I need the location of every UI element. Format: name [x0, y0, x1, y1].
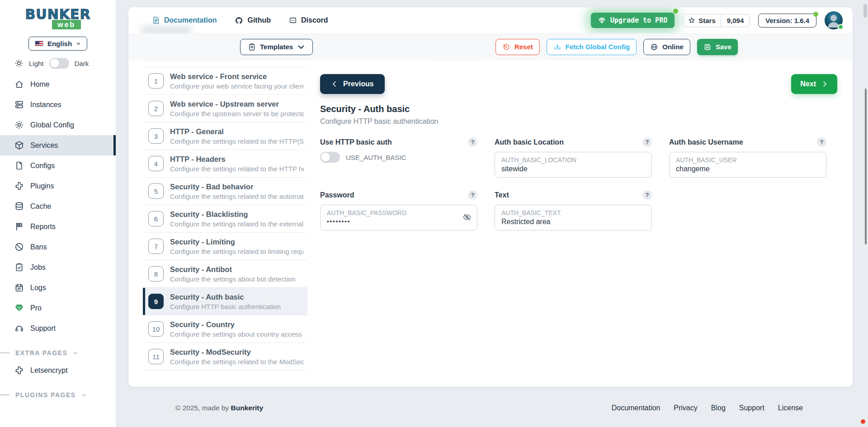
recording-dot [861, 419, 865, 424]
sidebar-item-bans[interactable]: Bans [0, 237, 116, 257]
save-button[interactable]: Save [697, 39, 738, 55]
sidebar-item-logs[interactable]: Logs [0, 277, 116, 298]
fetch-global-config-button[interactable]: Fetch Global Config [547, 39, 637, 55]
step-subtitle: Configure the settings related to limiti… [170, 248, 304, 255]
theme-switch[interactable] [49, 58, 69, 69]
sidebar-item-letsencrypt[interactable]: Letsencrypt [0, 360, 116, 380]
step-subtitle: Configure the settings related to the au… [170, 192, 304, 200]
link-label: Documentation [164, 16, 217, 24]
footer-link-support[interactable]: Support [739, 404, 764, 412]
sidebar-item-global-config[interactable]: Global Config [0, 115, 116, 135]
next-label: Next [800, 80, 816, 88]
sidebar-item-cache[interactable]: Cache [0, 196, 116, 216]
step-title: Security - Country [170, 320, 304, 329]
sidebar-item-reports[interactable]: Reports [0, 216, 116, 237]
sidebar-item-label: Plugins [30, 182, 54, 190]
toolbar-actions: Reset Fetch Global Config Online Save [495, 39, 738, 55]
field-label: Use HTTP basic auth [320, 138, 392, 146]
wizard-step[interactable]: 3 HTTP - General Configure the settings … [143, 122, 307, 150]
auth-basic-location-input[interactable]: AUTH_BASIC_LOCATION sitewide [495, 152, 652, 178]
toggle-password-visibility-button[interactable] [462, 212, 472, 223]
sidebar-item-configs[interactable]: Configs [0, 155, 116, 176]
plugins-pages-label: PLUGINS PAGES [15, 391, 76, 399]
scrollbar-thumb[interactable] [863, 4, 867, 18]
sun-icon [14, 59, 24, 68]
sidebar-item-services[interactable]: Services [0, 135, 116, 155]
online-status-dot [838, 24, 844, 30]
sidebar-item-label: Pro [30, 304, 42, 312]
footer-link-license[interactable]: License [778, 404, 803, 412]
footer-link-blog[interactable]: Blog [711, 404, 726, 412]
templates-dropdown[interactable]: Templates [240, 39, 313, 55]
wizard-step[interactable]: 8 Security - Antibot Configure the setti… [143, 260, 307, 288]
bunkerity-link[interactable]: Bunkerity [231, 404, 264, 412]
chevron-down-icon [76, 41, 81, 46]
puzzle-icon [14, 366, 24, 375]
sidebar: BUNKER web English Light Dark Home Insta… [0, 0, 116, 427]
wizard-step[interactable]: 2 Web service - Upstream server Configur… [143, 95, 307, 122]
status-dot [673, 9, 678, 14]
save-icon [703, 43, 712, 51]
sidebar-item-home[interactable]: Home [0, 74, 116, 94]
stars-label: Stars [698, 17, 716, 24]
extra-pages-section[interactable]: EXTRA PAGES [0, 349, 116, 357]
setting-value: Restricted area [501, 218, 645, 226]
wizard-step[interactable]: 5 Security - Bad behavior Configure the … [143, 178, 307, 205]
sidebar-item-instances[interactable]: Instances [0, 94, 116, 115]
github-stars-widget[interactable]: Stars 9,094 [683, 14, 750, 27]
auth-basic-user-input[interactable]: AUTH_BASIC_USER changeme [669, 152, 826, 178]
wizard-step[interactable]: 7 Security - Limiting Configure the sett… [143, 233, 307, 260]
previous-button[interactable]: Previous [320, 74, 385, 94]
reset-button[interactable]: Reset [495, 39, 540, 55]
help-icon[interactable]: ? [468, 190, 477, 200]
sidebar-item-jobs[interactable]: Jobs [0, 257, 116, 277]
header-right: Upgrade to PRO Stars 9,094 Version: 1.6.… [591, 11, 843, 29]
github-link[interactable]: Github [235, 16, 271, 25]
discord-link[interactable]: Discord [289, 16, 328, 25]
field-label: Password [320, 191, 354, 199]
language-selector[interactable]: English [28, 37, 87, 51]
use-auth-basic-toggle[interactable] [320, 152, 340, 163]
upgrade-pro-button[interactable]: Upgrade to PRO [591, 13, 675, 28]
documentation-link[interactable]: Documentation [152, 16, 217, 25]
logo-web-badge: web [52, 20, 81, 29]
plugins-pages-section[interactable]: PLUGINS PAGES [0, 391, 116, 399]
wizard-step[interactable]: 6 Security - Blacklisting Configure the … [143, 205, 307, 233]
version-button[interactable]: Version: 1.6.4 [758, 14, 816, 28]
sidebar-item-pro[interactable]: Pro [0, 298, 116, 318]
wizard-step[interactable]: 11 Security - ModSecurity Configure the … [143, 343, 307, 371]
help-icon[interactable]: ? [642, 190, 652, 200]
step-number: 5 [148, 183, 164, 199]
step-title: Security - Blacklisting [170, 210, 304, 219]
auth-basic-text-input[interactable]: AUTH_BASIC_TEXT Restricted area [495, 205, 652, 230]
step-texts: Security - Blacklisting Configure the se… [170, 210, 304, 228]
gear-icon [14, 120, 24, 130]
setting-name: USE_AUTH_BASIC [346, 154, 406, 161]
auth-basic-password-input[interactable]: AUTH_BASIC_PASSWORD •••••••• [320, 205, 477, 230]
star-icon [688, 17, 695, 24]
wizard-step[interactable]: 4 HTTP - Headers Configure the settings … [143, 150, 307, 178]
footer-link-documentation[interactable]: Documentation [612, 404, 660, 412]
avatar[interactable] [825, 11, 843, 29]
online-button[interactable]: Online [643, 39, 690, 55]
sidebar-item-plugins[interactable]: Plugins [0, 176, 116, 196]
wizard-step[interactable]: 1 Web service - Front service Configure … [143, 67, 307, 95]
online-label: Online [662, 43, 684, 51]
link-label: Github [247, 16, 271, 24]
help-icon[interactable]: ? [468, 137, 477, 147]
settings-form: Use HTTP basic auth ? USE_AUTH_BASIC Aut… [320, 137, 837, 230]
scrollbar-thumb[interactable] [865, 89, 867, 244]
sidebar-nav: Home Instances Global Config Services Co… [0, 74, 116, 338]
step-number: 7 [148, 239, 164, 254]
help-icon[interactable]: ? [642, 137, 652, 147]
wizard-step[interactable]: 9 Security - Auth basic Configure HTTP b… [143, 288, 307, 315]
sidebar-item-label: Global Config [30, 121, 74, 129]
card-header: Documentation Github Discord Upgrade to … [128, 7, 853, 33]
setting-name: AUTH_BASIC_USER [676, 156, 820, 164]
sidebar-item-support[interactable]: Support [0, 318, 116, 338]
help-icon[interactable]: ? [817, 137, 826, 147]
wizard-step[interactable]: 10 Security - Country Configure the sett… [143, 315, 307, 343]
footer-link-privacy[interactable]: Privacy [674, 404, 697, 412]
next-button[interactable]: Next [791, 74, 837, 94]
field-use-http-basic-auth: Use HTTP basic auth ? USE_AUTH_BASIC [320, 137, 477, 178]
